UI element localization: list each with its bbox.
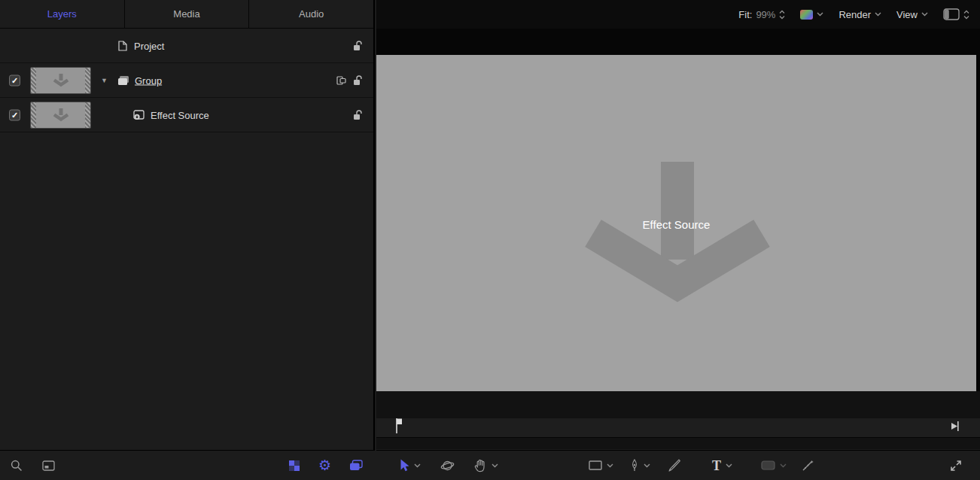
chevron-down-icon[interactable]: [607, 463, 613, 468]
chevron-down-icon[interactable]: [492, 463, 498, 468]
layer-row-project[interactable]: Project: [0, 29, 373, 63]
disclosure-triangle[interactable]: ▼: [101, 77, 108, 84]
layer-activation-checkbox[interactable]: ✓: [9, 109, 20, 120]
motion-window: Layers Media Audio Project ✓: [0, 0, 980, 480]
canvas-effect-source-label: Effect Source: [376, 218, 976, 231]
unlock-icon[interactable]: [353, 110, 363, 120]
channels-menu[interactable]: [800, 10, 823, 20]
group-activation-checkbox[interactable]: ✓: [9, 74, 20, 86]
chevron-down-icon: [817, 12, 823, 17]
chevron-down-icon: [921, 12, 928, 17]
tab-media[interactable]: Media: [125, 0, 250, 28]
transparency-checkerboard-icon[interactable]: [288, 460, 300, 472]
zoom-value: 99%: [756, 9, 775, 20]
arrow-cursor-icon: [399, 459, 409, 472]
effect-source-arrow-graphic[interactable]: [580, 162, 775, 312]
group-icon: [117, 75, 129, 86]
rectangle-icon: [589, 460, 602, 470]
image-layer-icon: [133, 110, 145, 120]
layers-list-icon[interactable]: [349, 460, 363, 471]
preview-column-icon[interactable]: [42, 460, 55, 471]
mask-tool-disabled: [761, 460, 787, 470]
timeline-start-marker[interactable]: [394, 417, 403, 435]
chevron-down-icon[interactable]: [644, 463, 650, 468]
expand-arrows-icon: [950, 460, 962, 472]
layers-panel: Layers Media Audio Project ✓: [0, 0, 375, 480]
stepper-icon[interactable]: [779, 10, 785, 20]
panel-tab-bar: Layers Media Audio: [0, 0, 373, 29]
chevron-down-icon: [780, 463, 787, 468]
orbit-icon: [440, 459, 455, 472]
viewer-toolbar: Fit: 99% Render View: [376, 0, 980, 29]
mini-timeline[interactable]: [376, 391, 980, 449]
pen-nib-icon: [630, 459, 639, 472]
view-menu[interactable]: View: [896, 9, 928, 20]
hand-icon: [474, 459, 487, 472]
tab-audio[interactable]: Audio: [249, 0, 373, 28]
rectangle-shape-tool[interactable]: [589, 460, 613, 470]
bezier-tool[interactable]: [630, 459, 650, 472]
render-menu[interactable]: Render: [838, 9, 881, 20]
zoom-control[interactable]: Fit: 99%: [738, 9, 785, 20]
pan-tool[interactable]: [474, 459, 498, 472]
view-label: View: [896, 9, 918, 20]
layer-row-group[interactable]: ✓ ▼ Group: [0, 63, 373, 98]
chevron-down-icon[interactable]: [726, 463, 732, 468]
text-tool[interactable]: T: [712, 459, 732, 472]
text-tool-icon: T: [712, 459, 721, 472]
unlock-icon[interactable]: [353, 41, 363, 51]
paintbrush-icon: [668, 459, 680, 472]
search-icon[interactable]: [11, 460, 23, 472]
timeline-track[interactable]: [376, 418, 980, 438]
layer-row-effect-source[interactable]: ✓ Effect Source: [0, 98, 373, 132]
3d-transform-tool[interactable]: [440, 459, 455, 472]
group-badge-icon: [336, 76, 346, 85]
unlock-icon[interactable]: [353, 75, 363, 86]
project-label: Project: [134, 40, 164, 51]
effect-source-thumbnail[interactable]: [30, 102, 91, 129]
timeline-end-marker[interactable]: [950, 421, 959, 432]
group-name[interactable]: Group: [135, 74, 162, 86]
fit-label: Fit:: [738, 9, 752, 20]
rounded-rect-mask-icon: [761, 460, 775, 470]
effect-source-name[interactable]: Effect Source: [151, 109, 209, 120]
canvas-toolbar: T: [376, 450, 980, 480]
make-particles-tool[interactable]: [802, 460, 814, 472]
window-layout-control[interactable]: [943, 8, 969, 20]
paint-stroke-tool[interactable]: [668, 459, 680, 472]
document-icon: [118, 41, 127, 51]
tab-layers[interactable]: Layers: [0, 0, 125, 28]
expand-viewer-button[interactable]: [950, 460, 962, 472]
canvas[interactable]: Effect Source: [376, 55, 976, 391]
chevron-down-icon[interactable]: [414, 463, 421, 468]
layers-panel-toolbar: ⚙: [0, 450, 375, 480]
gear-icon[interactable]: ⚙: [318, 458, 331, 472]
color-channels-icon: [800, 10, 813, 20]
select-transform-tool[interactable]: [399, 459, 421, 472]
particles-icon: [802, 460, 814, 472]
window-layout-icon: [943, 8, 960, 20]
canvas-background: Effect Source: [376, 29, 980, 391]
chevron-down-icon: [875, 12, 881, 17]
stepper-icon: [963, 10, 969, 20]
group-thumbnail[interactable]: [30, 67, 91, 94]
render-label: Render: [838, 9, 871, 20]
